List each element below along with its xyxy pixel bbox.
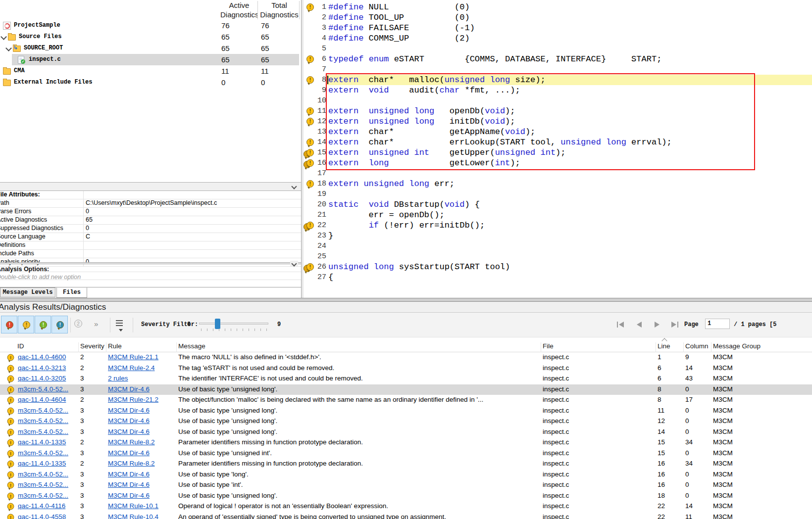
code-line[interactable]: 3#define FAILSAFE (-1): [304, 23, 812, 33]
diagnostic-row[interactable]: !m3cm-5.4.0-52...3M3CM Dir-4.6Use of bas…: [0, 480, 812, 491]
cell-rule[interactable]: M3CM Rule-2.4: [108, 364, 177, 372]
code-line[interactable]: 25: [304, 251, 812, 262]
column-header-column[interactable]: Column: [683, 342, 710, 352]
diagnostic-row[interactable]: !qac-11.4.0-46042M3CM Rule-21.2The objec…: [0, 395, 812, 406]
diagnostic-row[interactable]: !m3cm-5.4.0-52...3M3CM Dir-4.6Use of bas…: [0, 470, 812, 480]
first-page-icon[interactable]: [617, 322, 625, 328]
analysis-options-placeholder-row[interactable]: Double-click to add new option: [0, 272, 301, 280]
diagnostic-row[interactable]: !m3cm-5.4.0-52...3M3CM Dir-4.6Use of bas…: [0, 448, 812, 459]
column-header-rule[interactable]: Rule: [106, 342, 175, 352]
code-line[interactable]: 9extern void audit(char *fmt, ...);: [304, 85, 812, 95]
cell-id[interactable]: qac-11.4.0-4600: [18, 353, 79, 361]
menu-icon[interactable]: [116, 320, 123, 326]
cell-rule[interactable]: M3CM Dir-4.6: [108, 471, 177, 478]
diagnostic-row[interactable]: !qac-11.4.0-41163M3CM Rule-10.1Operand o…: [0, 501, 812, 512]
code-line[interactable]: !!22 if (!err) err=initDb();: [304, 220, 812, 231]
collapse-chevron-icon[interactable]: [290, 184, 298, 189]
code-line[interactable]: 13extern char* getAppName(void);: [304, 127, 812, 137]
cell-rule[interactable]: M3CM Rule-10.1: [108, 502, 177, 510]
column-header-id[interactable]: ID: [16, 342, 77, 352]
severity-slider[interactable]: [199, 323, 268, 325]
cell-id[interactable]: qac-11.4.0-1335: [18, 438, 79, 446]
severity-yellow-toggle[interactable]: !: [18, 316, 34, 333]
diagnostic-row[interactable]: !qac-11.4.0-45583M3CM Rule-10.4An operan…: [0, 512, 812, 519]
cell-rule[interactable]: M3CM Rule-10.4: [108, 513, 177, 519]
cell-rule[interactable]: M3CM Rule-8.2: [108, 438, 177, 446]
tree-row[interactable]: CMA1111: [0, 65, 301, 77]
tree-row[interactable]: ↳SOURCE_ROOT6565: [0, 43, 301, 54]
code-line[interactable]: !12extern unsigned long initDb(void);: [304, 116, 812, 127]
cell-id[interactable]: qac-11.4.0-3213: [18, 364, 79, 372]
diagnostic-row[interactable]: !qac-11.4.0-32132M3CM Rule-2.4The tag 'e…: [0, 363, 812, 374]
tab-files[interactable]: Files: [56, 287, 87, 298]
diagnostic-row[interactable]: !m3cm-5.4.0-52...3M3CM Dir-4.6Use of bas…: [0, 406, 812, 417]
attribute-row[interactable]: Include Paths: [0, 250, 301, 258]
cell-rule[interactable]: M3CM Dir-4.6: [108, 385, 177, 393]
column-active-diagnostics[interactable]: Active Diagnostics: [220, 0, 258, 19]
code-line[interactable]: !!16extern long getLower(int);: [304, 158, 812, 168]
code-line[interactable]: 5: [304, 44, 812, 54]
code-line[interactable]: 19: [304, 189, 812, 199]
cell-id[interactable]: m3cm-5.4.0-52...: [18, 428, 79, 435]
code-line[interactable]: !18extern unsigned long err;: [304, 179, 812, 189]
cell-rule[interactable]: M3CM Rule-21.2: [108, 396, 177, 403]
code-line[interactable]: 21 err = openDb();: [304, 210, 812, 220]
chevron-down-icon[interactable]: [0, 34, 7, 40]
severity-red-toggle[interactable]: !: [1, 316, 17, 333]
cell-id[interactable]: qac-11.4.0-4558: [18, 513, 79, 519]
cell-id[interactable]: m3cm-5.4.0-52...: [18, 481, 79, 488]
code-line[interactable]: 10: [304, 95, 812, 106]
cell-rule[interactable]: M3CM Dir-4.6: [108, 449, 177, 457]
code-line[interactable]: 2#define TOOL_UP (0): [304, 12, 812, 23]
cell-id[interactable]: m3cm-5.4.0-52...: [18, 449, 79, 457]
last-page-icon[interactable]: [671, 322, 679, 328]
code-editor[interactable]: !1#define NULL (0)2#define TOOL_UP (0)3#…: [304, 0, 812, 300]
cell-rule[interactable]: M3CM Dir-4.6: [108, 492, 177, 499]
cell-rule[interactable]: 2 rules: [108, 375, 177, 382]
column-header-file[interactable]: File: [541, 342, 652, 352]
chevron-down-icon[interactable]: [5, 45, 12, 51]
cell-rule[interactable]: M3CM Rule-8.2: [108, 460, 177, 467]
column-header-message[interactable]: Message: [176, 342, 540, 352]
tree-row[interactable]: ProjectSample7676: [0, 20, 301, 31]
diagnostic-row[interactable]: !qac-11.4.0-46002M3CM Rule-21.1The macro…: [0, 352, 812, 363]
attribute-row[interactable]: Suppressed Diagnostics0: [0, 225, 301, 233]
code-line[interactable]: !!15extern unsigned int getUpper(unsigne…: [304, 147, 812, 158]
cell-id[interactable]: qac-11.4.0-4116: [18, 502, 79, 510]
attribute-row[interactable]: File Attributes:: [0, 191, 301, 199]
next-page-icon[interactable]: [654, 322, 661, 328]
attribute-row[interactable]: PathC:\Users\mxyt\Desktop\ProjectSample\…: [0, 199, 301, 208]
cell-rule[interactable]: M3CM Dir-4.6: [108, 428, 177, 435]
cell-id[interactable]: qac-11.4.0-3205: [18, 375, 79, 382]
code-line[interactable]: 20static void DBstartup(void) {: [304, 199, 812, 210]
column-header-line[interactable]: Line: [656, 342, 682, 352]
cell-id[interactable]: qac-11.4.0-1335: [18, 460, 79, 467]
diagnostic-row[interactable]: !m3cm-5.4.0-52...3M3CM Dir-4.6Use of bas…: [0, 427, 812, 438]
severity-green-toggle[interactable]: !: [35, 316, 51, 333]
horizontal-splitter[interactable]: [0, 298, 812, 302]
cell-id[interactable]: m3cm-5.4.0-52...: [18, 417, 79, 425]
column-total-diagnostics[interactable]: Total Diagnostics: [259, 0, 299, 19]
dropdown-caret-icon[interactable]: [119, 329, 123, 331]
cell-rule[interactable]: M3CM Dir-4.6: [108, 417, 177, 425]
cell-rule[interactable]: M3CM Dir-4.6: [108, 407, 177, 414]
suppressed-count-icon[interactable]: 2: [74, 320, 82, 328]
attributes-splitter[interactable]: [0, 182, 301, 191]
cell-rule[interactable]: M3CM Rule-21.1: [108, 353, 177, 361]
cell-id[interactable]: m3cm-5.4.0-52...: [18, 471, 79, 478]
code-line[interactable]: 4#define COMMS_UP (2): [304, 33, 812, 44]
code-line[interactable]: !8extern char* malloc(unsigned long size…: [304, 75, 812, 85]
column-header-severity[interactable]: Severity: [78, 342, 105, 352]
code-line[interactable]: 27{: [304, 272, 812, 283]
cell-id[interactable]: m3cm-5.4.0-52...: [18, 492, 79, 499]
code-line[interactable]: !6typedef enum eSTART {COMMS, DATABASE, …: [304, 54, 812, 64]
code-line[interactable]: 7: [304, 64, 812, 75]
code-line[interactable]: !14extern char* errLookup(START tool, un…: [304, 137, 812, 147]
attribute-row[interactable]: Parse Errors0: [0, 208, 301, 216]
slider-handle[interactable]: [215, 319, 220, 329]
severity-blue-toggle[interactable]: !: [51, 316, 68, 333]
cell-id[interactable]: qac-11.4.0-4604: [18, 396, 79, 403]
column-header-group[interactable]: Message Group: [711, 342, 809, 352]
attribute-row[interactable]: Active Diagnostics65: [0, 216, 301, 225]
expand-toolbar-icon[interactable]: »: [94, 320, 98, 329]
